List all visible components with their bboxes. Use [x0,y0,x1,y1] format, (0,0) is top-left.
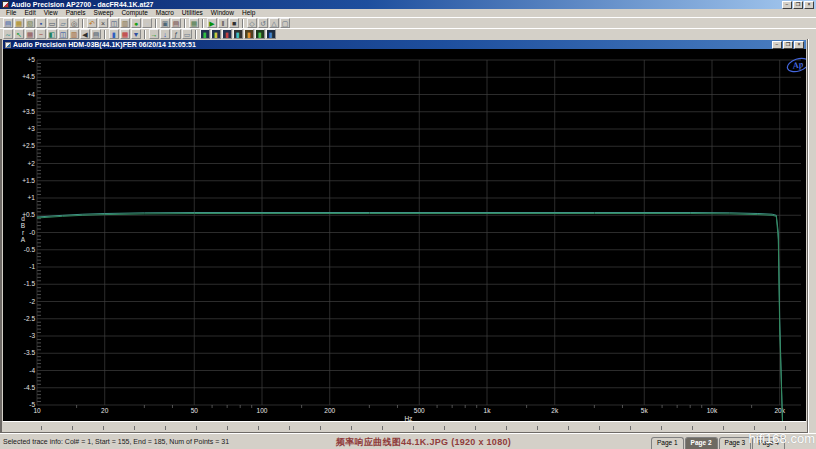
toolbar-row-2: ∼↖▦~◧◫▥◀▤▮▦▼→↓ƒ▭▮▮▮▮▮▮▮ [0,28,816,39]
x-tick-label: 20k [774,407,785,414]
open-test-icon[interactable]: ▦ [14,18,24,28]
settling-panel-icon[interactable]: ▥ [69,29,79,39]
menu-panels[interactable]: Panels [62,9,90,17]
copy-icon-glyph: ◫ [111,20,118,27]
attenuator-icon[interactable]: ▼ [131,29,141,39]
vertical-scrollbar[interactable] [808,39,816,433]
toolbar-row-1: ▤▦▧▪▭▱◎↶×◫▥●●▣▤▦▶‖■◇↺△▢ [0,17,816,28]
panels-layout-2-icon-glyph: ▤ [173,20,180,27]
stop-sweep-icon-glyph: ■ [232,20,236,27]
maximize-button[interactable]: ❐ [793,1,803,9]
menu-utilities[interactable]: Utilities [178,9,207,17]
page-view-icon[interactable]: ▦ [189,18,199,28]
new-test-icon[interactable]: ▤ [3,18,13,28]
sweep-settings-icon[interactable]: ▤ [91,29,101,39]
graph-close-button[interactable]: × [794,41,804,49]
bargraph-icon-glyph: ▮ [112,31,116,38]
page-tab-1[interactable]: Page 1 [651,437,684,449]
view-monitor-1-icon-glyph: ▮ [203,31,207,38]
speaker-icon[interactable]: ◀ [80,29,90,39]
view-monitor-1-icon[interactable]: ▮ [200,29,210,39]
compute-icon[interactable]: ƒ [171,29,181,39]
menu-file[interactable]: File [2,9,20,17]
append-test-icon-glyph: ▧ [27,20,34,27]
repeat-sweep-icon[interactable]: ↺ [258,18,268,28]
menu-compute[interactable]: Compute [117,9,151,17]
append-arrow-icon[interactable]: ↓ [160,29,170,39]
menu-bar: FileEditViewPanelsSweepComputeMacroUtili… [0,9,816,17]
print-icon[interactable]: ▭ [47,18,57,28]
title-bar: Audio Precision AP2700 - dacFR44.1K.at27… [0,0,816,9]
scrollbar-ticks [11,426,798,430]
window-title: Audio Precision AP2700 - dacFR44.1K.at27 [11,0,154,9]
view-monitor-2-icon[interactable]: ▮ [211,29,221,39]
save-test-icon[interactable]: ▪ [36,18,46,28]
menu-window[interactable]: Window [207,9,238,17]
menu-view[interactable]: View [40,9,62,17]
run-test-icon[interactable]: ● [131,18,141,28]
copy-icon[interactable]: ◫ [109,18,119,28]
start-sweep-icon[interactable]: ▶ [207,18,217,28]
stop-sweep-icon[interactable]: ■ [229,18,239,28]
view-monitor-5-icon-glyph: ▮ [247,31,251,38]
blank-panel-icon[interactable]: ▭ [182,29,192,39]
view-monitor-5-icon[interactable]: ▮ [244,29,254,39]
menu-edit[interactable]: Edit [20,9,39,17]
print-preview-icon[interactable]: ▱ [58,18,68,28]
digital-io-icon[interactable]: ◫ [58,29,68,39]
digital-analyzer-icon[interactable]: ◧ [47,29,57,39]
y-tick-label: -0.5 [24,246,36,253]
analog-analyzer-icon[interactable]: ▦ [25,29,35,39]
settling-panel-icon-glyph: ▥ [71,31,78,38]
menu-help[interactable]: Help [238,9,259,17]
analog-analyzer-icon-glyph: ▦ [27,31,34,38]
digital-io-icon-glyph: ◫ [60,31,67,38]
status-bits-icon[interactable]: ▦ [120,29,130,39]
go-arrow-icon[interactable]: → [149,29,159,39]
regulation-icon[interactable]: △ [269,18,279,28]
toolbar-separator [184,19,186,28]
view-monitor-4-icon[interactable]: ▮ [233,29,243,39]
print-preview-icon-glyph: ▱ [60,20,65,27]
view-monitor-6-icon[interactable]: ▮ [255,29,265,39]
panels-layout-2-icon[interactable]: ▤ [171,18,181,28]
graph-window-controls: − ❐ × [772,41,804,49]
pause-sweep-icon[interactable]: ‖ [218,18,228,28]
append-test-icon[interactable]: ▧ [25,18,35,28]
graph-window-title-bar[interactable]: Audio Precision HDM-03B(44.1K)FER 06/20/… [3,40,806,49]
page-tab-3[interactable]: Page 3 [719,437,752,449]
panels-layout-1-icon[interactable]: ▣ [160,18,170,28]
sweep-settings-icon-glyph: ▤ [93,31,100,38]
toolbar-separator [144,30,146,39]
save-test-icon-glyph: ▪ [40,20,42,27]
view-monitor-7-icon[interactable]: ▮ [266,29,276,39]
monitors-icon[interactable]: ▢ [280,18,290,28]
page-tab-2[interactable]: Page 2 [685,437,718,449]
cut-icon[interactable]: × [98,18,108,28]
blank-panel-icon-glyph: ▭ [184,31,191,38]
bargraph-icon[interactable]: ▮ [109,29,119,39]
undo-icon[interactable]: ↶ [87,18,97,28]
view-monitor-3-icon[interactable]: ▮ [222,29,232,39]
single-sweep-icon[interactable]: ◇ [247,18,257,28]
graph-minimize-button[interactable]: − [772,41,782,49]
toolbar-separator [202,19,204,28]
abort-test-icon[interactable]: ● [142,18,152,28]
toolbar-separator [242,19,244,28]
y-tick-label: +1 [28,194,36,201]
menu-macro[interactable]: Macro [152,9,178,17]
cursor-icon[interactable]: ↖ [14,29,24,39]
close-button[interactable]: × [804,1,814,9]
ap-logo-text: Ap [791,59,805,71]
horizontal-scrollbar[interactable] [3,421,806,432]
analog-generator-icon[interactable]: ∼ [3,29,13,39]
graph-restore-button[interactable]: ❐ [783,41,793,49]
paste-icon[interactable]: ▥ [120,18,130,28]
find-icon[interactable]: ◎ [69,18,79,28]
chart-svg: +5+4.5+4+3.5+3+2.5+2+1.5+1+0.5-0-0.5-1-1… [3,49,806,421]
abort-test-icon-glyph: ● [145,20,149,27]
minimize-button[interactable]: − [782,1,792,9]
view-monitor-7-icon-glyph: ▮ [269,31,273,38]
sweep-panel-icon[interactable]: ~ [36,29,46,39]
menu-sweep[interactable]: Sweep [90,9,118,17]
